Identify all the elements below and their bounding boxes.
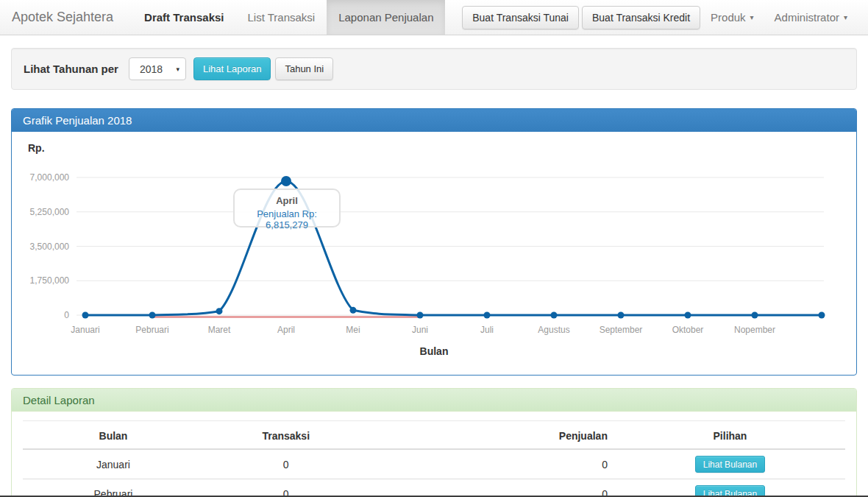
- cell-penj: 0: [369, 479, 615, 497]
- nav-item-list-transaksi[interactable]: List Transaksi: [235, 0, 327, 35]
- data-point-September[interactable]: [618, 312, 625, 319]
- navbar: Apotek Sejahtera Draft Transaksi List Tr…: [0, 0, 868, 35]
- nav-item-draft-transaksi[interactable]: Draft Transaksi: [132, 0, 235, 35]
- penjualan-series-line: [85, 181, 822, 315]
- caret-down-icon: ▾: [844, 13, 847, 21]
- data-point-Juli[interactable]: [484, 312, 491, 319]
- data-point-Mei[interactable]: [350, 307, 357, 314]
- x-tick-label: Nopember: [734, 325, 775, 335]
- data-point-Desember[interactable]: [819, 312, 825, 319]
- data-point-Januari[interactable]: [82, 312, 89, 319]
- produk-dropdown[interactable]: Produk ▾: [700, 11, 764, 24]
- cell-pilihan: Lihat Bulanan: [615, 449, 845, 479]
- lihat-laporan-button[interactable]: Lihat Laporan: [193, 57, 271, 80]
- produk-dropdown-label: Produk: [711, 11, 746, 24]
- x-tick-label: April: [277, 325, 295, 335]
- year-select[interactable]: 2018 ▾: [129, 57, 186, 80]
- chart-tooltip: April Penjualan Rp: 6,815,279: [233, 188, 341, 228]
- data-point-April[interactable]: [281, 176, 291, 186]
- cell-trans: 0: [204, 479, 369, 497]
- cell-bulan: Januari: [23, 449, 204, 479]
- x-tick-label: Pebruari: [135, 325, 168, 335]
- buat-transaksi-tunai-button[interactable]: Buat Transaksi Tunai: [462, 6, 579, 29]
- caret-down-icon: ▾: [750, 13, 754, 21]
- data-point-Juni[interactable]: [417, 312, 424, 319]
- x-tick-label: Januari: [71, 325, 99, 335]
- buat-transaksi-kredit-button[interactable]: Buat Transaksi Kredit: [582, 6, 700, 29]
- data-point-Oktober[interactable]: [685, 312, 691, 319]
- chart-area: Rp. 7,000,0005,250,0003,500,0001,750,000…: [12, 132, 856, 375]
- column-header-bulan: Bulan: [23, 421, 204, 450]
- chart-panel: Grafik Penjualan 2018 Rp. 7,000,0005,250…: [11, 108, 857, 376]
- data-point-Maret[interactable]: [216, 308, 223, 314]
- x-tick-label: Maret: [208, 325, 231, 335]
- administrator-dropdown[interactable]: Administrator ▾: [764, 11, 858, 24]
- cell-pilihan: Lihat Bulanan: [615, 479, 845, 497]
- tooltip-month: April: [235, 195, 339, 206]
- cell-penj: 0: [369, 449, 615, 479]
- x-tick-label: Juni: [412, 325, 428, 335]
- data-point-Nopember[interactable]: [752, 312, 758, 319]
- x-axis-title: Bulan: [12, 345, 856, 357]
- page: Apotek Sejahtera Draft Transaksi List Tr…: [0, 0, 868, 497]
- cell-trans: 0: [204, 449, 369, 479]
- brand[interactable]: Apotek Sejahtera: [0, 0, 122, 35]
- detail-table: BulanTransaksiPenjualanPilihan Januari00…: [23, 420, 845, 497]
- lihat-bulanan-button[interactable]: Lihat Bulanan: [695, 456, 765, 473]
- sales-line-chart[interactable]: 7,000,0005,250,0003,500,0001,750,0000Jan…: [12, 132, 856, 342]
- chart-panel-title: Grafik Penjualan 2018: [12, 109, 856, 132]
- select-caret-icon: ▾: [176, 66, 179, 73]
- x-tick-label: Oktober: [672, 325, 704, 335]
- table-header-row: BulanTransaksiPenjualanPilihan: [23, 421, 845, 450]
- nav-item-laporan-penjualan[interactable]: Laponan Penjualan: [327, 0, 445, 35]
- detail-panel: Detail Laporan BulanTransaksiPenjualanPi…: [11, 388, 857, 497]
- detail-table-wrap: BulanTransaksiPenjualanPilihan Januari00…: [12, 412, 856, 497]
- x-tick-label: Agustus: [538, 325, 569, 335]
- year-select-value: 2018: [140, 63, 163, 75]
- table-row: Januari00Lihat Bulanan: [23, 449, 845, 479]
- column-header-pilihan: Pilihan: [615, 421, 845, 450]
- y-tick-label: 5,250,000: [30, 207, 70, 217]
- navbar-right: Buat Transaksi Tunai Buat Transaksi Kred…: [459, 0, 868, 35]
- tahun-ini-button[interactable]: Tahun Ini: [275, 57, 333, 80]
- detail-panel-title: Detail Laporan: [12, 389, 856, 412]
- cell-bulan: Pebruari: [23, 479, 204, 497]
- y-tick-label: 1,750,000: [30, 275, 70, 286]
- x-tick-label: September: [600, 325, 643, 335]
- y-tick-label: 0: [64, 310, 69, 320]
- y-tick-label: 7,000,000: [30, 172, 70, 183]
- administrator-dropdown-label: Administrator: [775, 11, 839, 24]
- data-point-Agustus[interactable]: [551, 312, 558, 319]
- column-header-transaksi: Transaksi: [204, 421, 369, 450]
- data-point-Pebruari[interactable]: [149, 312, 156, 319]
- y-tick-label: 3,500,000: [30, 242, 70, 252]
- filter-bar: Lihat Tahunan per 2018 ▾ Lihat Laporan T…: [11, 48, 857, 90]
- filter-label: Lihat Tahunan per: [24, 63, 118, 75]
- x-tick-label: Mei: [346, 325, 360, 335]
- x-tick-label: Juli: [480, 325, 494, 335]
- table-row: Pebruari00Lihat Bulanan: [23, 479, 845, 497]
- column-header-penjualan: Penjualan: [369, 421, 615, 450]
- tooltip-value: Penjualan Rp: 6,815,279: [235, 208, 339, 230]
